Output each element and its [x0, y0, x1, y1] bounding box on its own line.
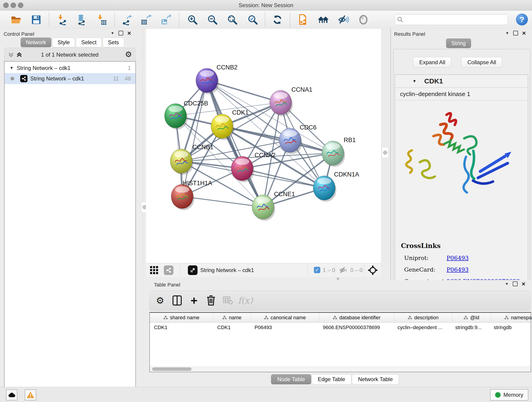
hidden-eye-slash-icon[interactable]	[339, 266, 348, 274]
float-panel-icon[interactable]: ▼	[505, 282, 509, 286]
save-session-icon[interactable]	[30, 14, 42, 26]
table-cell[interactable]: 9606.ENSP00000378699	[319, 322, 393, 332]
edge-HIST1H1A-CCNE1[interactable]	[182, 196, 263, 207]
table-cell[interactable]: CDK1	[150, 322, 213, 332]
table-cell[interactable]: cyclin–dependent ...	[393, 322, 451, 332]
network-collection-row[interactable]: ▼ String Network – cdk1 1	[5, 63, 135, 73]
crosslink-uniprot[interactable]: P06493	[447, 255, 469, 261]
tab-network-table[interactable]: Network Table	[352, 374, 399, 384]
horizontal-splitter-handle[interactable]	[336, 277, 339, 280]
left-splitter[interactable]	[143, 29, 146, 263]
export-table-file-icon[interactable]	[140, 14, 152, 26]
node-CDKN1A[interactable]: CDKN1A	[313, 171, 359, 202]
export-network-file-icon[interactable]	[120, 14, 132, 26]
network-options-gear-icon[interactable]: ⚙	[125, 50, 132, 59]
statusbar-separator	[364, 264, 364, 276]
help-icon[interactable]: ?	[516, 13, 528, 26]
node-CDC25B[interactable]: CDC25B	[165, 100, 208, 129]
node-CCNA1[interactable]: CCNA1	[270, 86, 312, 116]
protein-card-header[interactable]: ▼ CDK1	[395, 75, 528, 88]
close-panel-icon[interactable]: ×	[522, 282, 525, 286]
scrollbar-thumb[interactable]	[152, 367, 191, 371]
collapse-card-arrow-icon[interactable]: ▼	[412, 79, 417, 84]
maximize-panel-icon[interactable]	[119, 31, 123, 36]
edge-CCNB2-HIST1H1A[interactable]	[182, 80, 207, 196]
network-overview-share-icon[interactable]	[164, 265, 173, 275]
delete-table-icon[interactable]	[222, 294, 234, 307]
fit-selected-crosshair-icon[interactable]	[368, 265, 378, 275]
tab-edge-table[interactable]: Edge Table	[312, 374, 351, 384]
collapse-all-button[interactable]: Collapse All	[461, 57, 502, 68]
tab-node-table[interactable]: Node Table	[271, 374, 311, 384]
tab-network[interactable]: Network	[21, 38, 51, 47]
import-network-file-icon[interactable]	[56, 14, 68, 26]
cloud-status-button[interactable]	[6, 389, 17, 400]
table-row[interactable]: CDK1CDK1P064939606.ENSP00000378699cyclin…	[150, 322, 531, 332]
float-panel-icon[interactable]: ▼	[505, 31, 509, 35]
search-input[interactable]	[405, 15, 508, 24]
column-header-id[interactable]: @id	[452, 313, 491, 322]
node-CDC6[interactable]: CDC6	[279, 124, 317, 154]
show-all-eye-icon[interactable]	[357, 14, 369, 26]
zoom-in-icon[interactable]	[186, 14, 198, 26]
node-HIST1H1A[interactable]: HIST1H1A	[171, 180, 212, 210]
zoom-out-icon[interactable]	[206, 14, 218, 26]
network-row-selected[interactable]: String Network – cdk1 11 48	[5, 73, 135, 84]
table-cell[interactable]: CDK1	[213, 322, 250, 332]
tab-select[interactable]: Select	[76, 38, 102, 47]
memory-button[interactable]: Memory	[490, 389, 528, 401]
add-column-icon[interactable]: +	[188, 294, 201, 307]
open-in-window-icon[interactable]	[188, 265, 197, 275]
export-image-icon[interactable]	[160, 14, 172, 26]
warnings-button[interactable]	[25, 389, 36, 400]
home-icon[interactable]	[317, 14, 329, 26]
node-RB1[interactable]: RB1	[322, 137, 356, 167]
column-header-description[interactable]: description	[394, 313, 452, 322]
function-builder-icon[interactable]: f(x)	[239, 294, 252, 307]
close-panel-icon[interactable]: ×	[127, 31, 131, 35]
maximize-panel-icon[interactable]	[513, 31, 518, 36]
right-splitter[interactable]	[381, 29, 390, 263]
maximize-panel-icon[interactable]	[513, 281, 518, 286]
table-horizontal-scrollbar[interactable]	[150, 366, 531, 372]
selected-checkbox-icon[interactable]: ✓	[314, 267, 320, 273]
column-header-name[interactable]: name	[213, 313, 251, 322]
share-document-icon[interactable]	[297, 14, 309, 26]
zoom-selected-icon[interactable]	[247, 14, 259, 26]
column-header-database-identifier[interactable]: database identifier	[319, 313, 394, 322]
expand-all-button[interactable]: Expand All	[413, 57, 451, 68]
cloud-icon	[8, 392, 15, 398]
crosslink-genecard[interactable]: P06493	[447, 266, 469, 273]
float-panel-icon[interactable]: ▼	[111, 31, 114, 35]
zoom-fit-icon[interactable]	[226, 14, 238, 26]
close-panel-icon[interactable]: ×	[522, 31, 526, 35]
node-CCNB1[interactable]: CCNB1	[170, 144, 214, 175]
table-settings-gear-icon[interactable]: ⚙	[154, 294, 167, 307]
show-columns-icon[interactable]	[171, 294, 184, 307]
network-canvas[interactable]: CCNB2CCNA1CDC25BCDK1CDC6RB1CCNB1CCNA2CDK…	[146, 29, 381, 263]
table-cell[interactable]: stringdb	[490, 322, 532, 332]
refresh-icon[interactable]	[272, 14, 283, 26]
network-graph[interactable]: CCNB2CCNA1CDC25BCDK1CDC6RB1CCNB1CCNA2CDK…	[146, 29, 381, 263]
edge-CCNB2-CCNE1[interactable]	[207, 80, 263, 207]
tab-sets[interactable]: Sets	[103, 38, 124, 47]
delete-column-trash-icon[interactable]	[205, 294, 217, 307]
node-label-CCNE1: CCNE1	[274, 191, 295, 198]
birdseye-grid-icon[interactable]	[150, 266, 158, 274]
column-header-shared-name[interactable]: shared name	[150, 313, 213, 322]
right-splitter-handle[interactable]	[382, 147, 388, 158]
table-cell[interactable]: stringdb:9...	[451, 322, 490, 332]
collection-expand-arrow-icon[interactable]: ▼	[10, 66, 13, 70]
table-cell[interactable]: P06493	[250, 322, 319, 332]
node-CCNE1[interactable]: CCNE1	[252, 191, 295, 221]
tab-string[interactable]: String	[446, 38, 471, 48]
node-label-CCNB2: CCNB2	[216, 64, 238, 71]
hide-selected-eye-icon[interactable]	[337, 14, 349, 26]
open-session-icon[interactable]	[10, 14, 22, 26]
import-table-file-icon[interactable]	[96, 14, 108, 26]
tab-style[interactable]: Style	[52, 38, 75, 47]
column-header-canonical-name[interactable]: canonical name	[251, 313, 319, 322]
column-header-namespace[interactable]: namespace	[491, 313, 532, 322]
node-CCNB2[interactable]: CCNB2	[196, 64, 238, 94]
import-network-database-icon[interactable]	[75, 14, 87, 26]
